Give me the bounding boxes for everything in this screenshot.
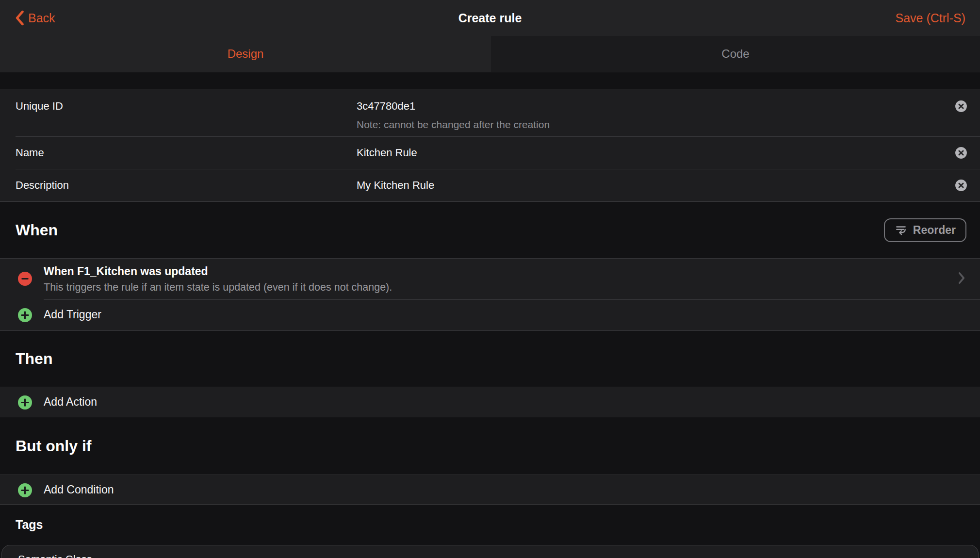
then-title: Then	[16, 350, 52, 368]
add-icon	[18, 308, 32, 322]
reorder-icon	[895, 224, 907, 236]
add-trigger-button[interactable]: Add Trigger	[0, 300, 980, 330]
semantic-class-label: Semantic Class	[18, 553, 92, 558]
tab-code[interactable]: Code	[491, 36, 980, 72]
actions-list: Add Action	[0, 387, 980, 417]
trigger-title: When F1_Kitchen was updated	[44, 265, 208, 278]
unique-id-note: Note: cannot be changed after the creati…	[357, 119, 550, 131]
back-button[interactable]: Back	[15, 10, 55, 26]
trigger-item[interactable]: When F1_Kitchen was updated This trigger…	[0, 259, 980, 299]
reorder-button[interactable]: Reorder	[884, 218, 966, 242]
add-icon	[18, 395, 32, 410]
description-row[interactable]: Description My Kitchen Rule	[0, 169, 980, 201]
semantic-class-row[interactable]: Semantic Class	[1, 545, 979, 558]
clear-name-button[interactable]	[955, 147, 967, 159]
clear-description-button[interactable]	[955, 179, 967, 192]
but-only-if-title: But only if	[16, 437, 91, 455]
name-input[interactable]: Kitchen Rule	[357, 147, 417, 159]
description-label: Description	[16, 179, 69, 192]
save-button[interactable]: Save (Ctrl-S)	[896, 11, 965, 25]
reorder-label: Reorder	[913, 224, 956, 237]
add-condition-button[interactable]: Add Condition	[0, 475, 980, 504]
navbar: Back Create rule Save (Ctrl-S)	[0, 0, 980, 36]
add-icon	[18, 483, 32, 497]
trigger-description: This triggers the rule if an item state …	[44, 281, 392, 294]
description-input[interactable]: My Kitchen Rule	[357, 179, 434, 192]
rule-properties-list: Unique ID 3c47780de1 Note: cannot be cha…	[0, 89, 980, 202]
add-trigger-label: Add Trigger	[44, 308, 101, 321]
conditions-list: Add Condition	[0, 475, 980, 505]
tags-title: Tags	[16, 518, 43, 532]
when-section-header: When Reorder	[0, 202, 980, 258]
add-action-button[interactable]: Add Action	[0, 387, 980, 417]
name-label: Name	[16, 147, 44, 159]
tags-section-header: Tags	[0, 505, 980, 545]
add-condition-label: Add Condition	[44, 483, 114, 496]
when-title: When	[16, 221, 58, 239]
clear-unique-id-button[interactable]	[955, 100, 967, 113]
chevron-right-icon	[958, 272, 965, 286]
tab-design[interactable]: Design	[0, 36, 491, 72]
unique-id-row[interactable]: Unique ID 3c47780de1 Note: cannot be cha…	[0, 89, 980, 136]
name-row[interactable]: Name Kitchen Rule	[0, 137, 980, 169]
then-section-header: Then	[0, 331, 980, 387]
spacer	[0, 72, 980, 89]
page-title: Create rule	[0, 11, 980, 25]
add-action-label: Add Action	[44, 395, 97, 409]
back-label: Back	[28, 11, 55, 25]
remove-trigger-icon[interactable]	[18, 272, 32, 286]
unique-id-label: Unique ID	[16, 100, 63, 113]
condition-section-header: But only if	[0, 417, 980, 475]
tab-bar: Design Code	[0, 36, 980, 72]
back-chevron-icon	[15, 10, 24, 26]
unique-id-input[interactable]: 3c47780de1	[357, 100, 415, 113]
triggers-list: When F1_Kitchen was updated This trigger…	[0, 258, 980, 331]
